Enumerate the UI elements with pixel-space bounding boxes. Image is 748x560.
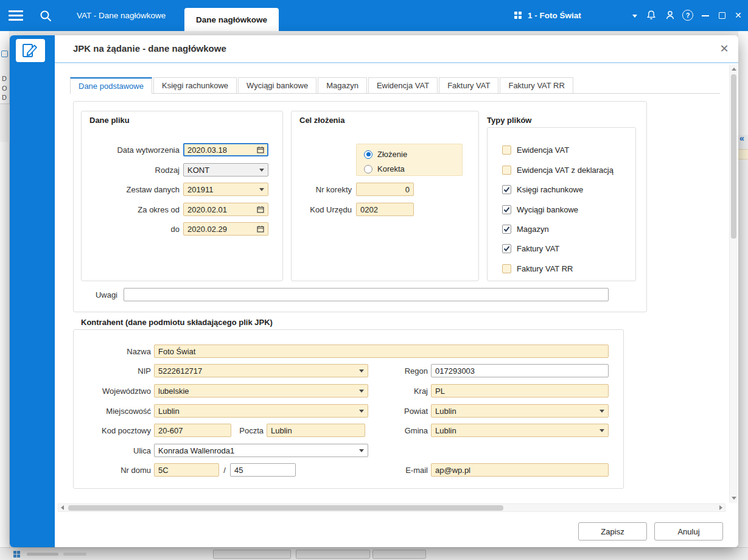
powiat-label: Powiat [370,407,428,416]
do-date-field[interactable]: 2020.02.29 [183,222,268,236]
maximize-icon[interactable] [719,12,725,19]
checkbox-checked-icon[interactable] [502,205,511,214]
nr-korekty-field[interactable]: 0 [356,183,414,196]
wojewodztwo-select[interactable]: lubelskie [154,384,368,397]
do-label: do [86,225,180,234]
tab-ksiegi-rachunkowe[interactable]: Księgi rachunkowe [153,77,237,93]
tab-dane-naglowkowe-active[interactable]: Dane nagłówkowe [184,8,279,31]
tab-faktury-vat-rr[interactable]: Faktury VAT RR [500,77,573,93]
nr-lokalu-input[interactable]: 45 [230,463,296,477]
nazwa-input[interactable]: Foto Świat [154,345,609,358]
kod-urzedu-field[interactable]: 0202 [356,203,414,216]
chevron-down-icon[interactable] [632,15,637,18]
horizontal-scroll-thumb[interactable] [68,505,503,511]
calendar-icon[interactable] [257,206,264,213]
ulica-select[interactable]: Konrada Wallenroda1 [154,444,368,457]
cancel-button[interactable]: Anuluj [654,522,723,541]
vertical-scroll-thumb[interactable] [731,74,736,239]
user-icon[interactable] [664,9,676,24]
window-close-icon[interactable]: ✕ [735,10,742,20]
zestaw-danych-label: Zestaw danych [86,185,180,194]
menu-icon[interactable] [9,10,23,21]
poczta-label: Poczta [233,426,264,435]
checkbox-wyciagi-bankowe[interactable]: Wyciągi bankowe [502,205,578,214]
checkbox-checked-icon[interactable] [502,185,511,194]
background-grid-row [738,149,748,159]
chevron-down-icon [359,369,364,373]
miejscowosc-select[interactable]: Lublin [154,404,368,418]
scroll-down-icon[interactable] [732,497,736,500]
chevron-down-icon [599,410,604,413]
kraj-label: Kraj [370,387,428,396]
kontrahent-legend: Kontrahent (dane podmiotu składającego p… [81,318,273,327]
minimize-icon[interactable] [702,15,709,16]
kraj-input[interactable]: PL [431,384,609,397]
wojewodztwo-label: Województwo [78,387,151,396]
checkbox-checked-icon[interactable] [502,225,511,234]
radio-korekta[interactable]: Korekta [364,164,455,173]
tab-faktury-vat[interactable]: Faktury VAT [439,77,498,93]
radio-zlozenie[interactable]: Złożenie [364,150,455,159]
scroll-up-icon[interactable] [732,68,736,71]
scroll-right-icon[interactable] [719,505,722,510]
za-okres-od-date-field[interactable]: 2020.02.01 [183,203,268,216]
rodzaj-select[interactable]: KONT [183,163,268,177]
radio-selected-icon[interactable] [364,150,372,159]
typy-plikow-legend: Typy plików [487,116,531,125]
nip-select[interactable]: 5222612717 [154,364,368,377]
gmina-select[interactable]: Lublin [431,424,609,437]
zestaw-danych-select[interactable]: 201911 [183,183,268,196]
company-selector[interactable]: 1 - Foto Świat [528,0,581,31]
dialog-title: JPK na żądanie - dane nagłówkowe [73,43,226,54]
checkbox-ewidencja-vat-z-deklaracja[interactable]: Ewidencja VAT z deklaracją [502,165,613,175]
cel-zlozenia-legend: Cel złożenia [299,116,344,125]
background-text-fragment: D [2,94,10,101]
tab-vat-dane-naglowkowe[interactable]: VAT - Dane nagłówkowe [68,0,174,31]
background-dropdown [213,550,291,559]
tab-magazyn[interactable]: Magazyn [318,77,367,93]
dialog-close-icon[interactable]: ✕ [716,40,733,57]
uwagi-input[interactable] [124,288,609,301]
horizontal-scrollbar[interactable] [58,503,725,512]
chevron-down-icon [359,390,364,393]
regon-label: Regon [370,366,428,376]
apps-grid-icon[interactable] [514,12,522,19]
checkbox-unchecked-icon[interactable] [502,264,511,273]
checkbox-magazyn[interactable]: Magazyn [502,224,549,234]
email-label: E-mail [370,466,428,475]
notifications-bell-icon[interactable] [645,9,657,24]
calendar-icon[interactable] [257,146,264,153]
regon-input[interactable]: 017293003 [431,364,609,377]
checkbox-faktury-vat[interactable]: Faktury VAT [502,243,559,253]
tab-dane-podstawowe[interactable]: Dane podstawowe [70,77,152,94]
kod-pocztowy-input[interactable]: 20-607 [154,424,231,437]
nr-domu-input[interactable]: 5C [154,463,219,477]
dialog-tab-bar: Dane podstawowe Księgi rachunkowe Wyciąg… [70,77,720,94]
vertical-scrollbar[interactable] [729,65,738,503]
checkbox-unchecked-icon[interactable] [502,145,511,155]
radio-unselected-icon[interactable] [364,165,372,173]
header-separator [55,62,738,63]
checkbox-ewidencja-vat[interactable]: Ewidencja VAT [502,145,569,155]
search-icon[interactable] [39,9,52,25]
checkbox-faktury-vat-rr[interactable]: Faktury VAT RR [502,264,573,273]
checkbox-ksiegi-rachunkowe[interactable]: Księgi rachunkowe [502,184,583,194]
checkbox-unchecked-icon[interactable] [502,166,511,175]
powiat-select[interactable]: Lublin [431,404,609,418]
nr-domu-separator: / [219,466,230,475]
checkbox-checked-icon[interactable] [502,244,511,253]
email-input[interactable]: ap@wp.pl [431,463,609,477]
tab-ewidencja-vat[interactable]: Ewidencja VAT [368,77,438,93]
collapse-panel-chevrons-icon[interactable]: « [739,133,744,143]
save-button[interactable]: Zapisz [578,522,647,541]
scroll-left-icon[interactable] [61,505,64,510]
calendar-icon[interactable] [257,225,264,233]
tab-wyciagi-bankowe[interactable]: Wyciągi bankowe [238,77,316,93]
background-icon [1,51,8,57]
help-icon[interactable]: ? [682,10,693,21]
background-window-left-edge: D O D [0,31,10,547]
background-grid-icon [13,551,20,558]
poczta-input[interactable]: Lublin [267,424,365,437]
data-wytworzenia-date-field[interactable]: 2020.03.18 [183,143,268,156]
background-panel [0,104,10,142]
